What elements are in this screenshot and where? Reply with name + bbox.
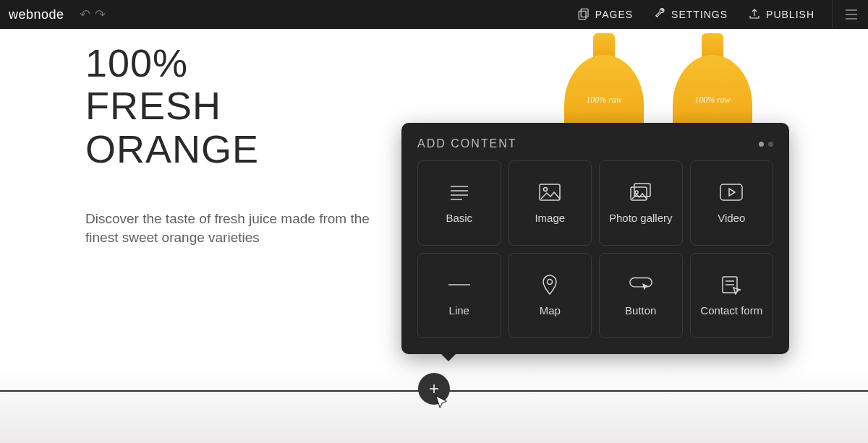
image-icon	[537, 181, 562, 203]
gallery-icon	[629, 181, 653, 203]
button-icon	[629, 274, 653, 296]
redo-button[interactable]: ↷	[95, 7, 106, 22]
svg-rect-11	[720, 184, 742, 200]
popover-pagination[interactable]	[759, 142, 773, 147]
line-icon	[447, 274, 472, 296]
pages-label: PAGES	[595, 9, 633, 20]
bottle-label: 100% raw	[557, 95, 651, 106]
tile-video[interactable]: Video	[690, 160, 774, 246]
tile-contact-form[interactable]: Contact form	[690, 253, 774, 338]
settings-button[interactable]: SETTINGS	[653, 7, 728, 22]
svg-point-13	[548, 280, 553, 285]
tile-label: Line	[449, 304, 469, 317]
publish-label: PUBLISH	[766, 9, 814, 20]
svg-rect-14	[630, 278, 652, 287]
tile-label: Photo gallery	[609, 212, 673, 224]
video-icon	[719, 181, 744, 203]
publish-button[interactable]: PUBLISH	[748, 7, 814, 22]
tile-photo-gallery[interactable]: Photo gallery	[599, 160, 683, 246]
settings-label: SETTINGS	[671, 9, 728, 20]
popover-title: ADD CONTENT	[417, 137, 517, 150]
text-lines-icon	[447, 181, 472, 203]
form-icon	[719, 274, 744, 296]
svg-point-7	[544, 188, 548, 192]
tile-map[interactable]: Map	[509, 253, 592, 338]
tile-label: Button	[625, 304, 656, 317]
pages-button[interactable]: PAGES	[577, 7, 633, 22]
hero-title[interactable]: 100% FRESH ORANGE	[85, 42, 259, 171]
tile-line[interactable]: Line	[417, 253, 501, 338]
add-section-button[interactable]	[418, 373, 450, 405]
svg-rect-1	[579, 11, 586, 19]
svg-point-10	[635, 191, 638, 194]
topbar: webnode ↶ ↷ PAGES SETTINGS PUBLISH	[0, 0, 868, 29]
tile-button[interactable]: Button	[599, 253, 683, 338]
add-content-popover: ADD CONTENT Basic Image	[401, 123, 789, 354]
upload-icon	[748, 7, 761, 22]
undo-button[interactable]: ↶	[80, 7, 90, 22]
svg-rect-0	[581, 9, 588, 17]
pages-icon	[577, 7, 590, 22]
menu-button[interactable]	[832, 1, 859, 28]
tile-label: Basic	[446, 212, 472, 224]
bottle-label: 100% raw	[665, 95, 760, 106]
tile-basic[interactable]: Basic	[417, 160, 501, 246]
tile-image[interactable]: Image	[509, 160, 592, 246]
tile-label: Contact form	[700, 304, 762, 317]
hero-subtitle[interactable]: Discover the taste of fresh juice made f…	[85, 210, 389, 246]
editor-canvas: 100% FRESH ORANGE Discover the taste of …	[0, 29, 868, 443]
tile-label: Image	[535, 212, 565, 224]
wrench-icon	[653, 7, 666, 22]
tile-label: Map	[540, 304, 561, 317]
logo: webnode	[9, 7, 64, 22]
tile-label: Video	[718, 212, 745, 224]
map-pin-icon	[537, 274, 562, 296]
